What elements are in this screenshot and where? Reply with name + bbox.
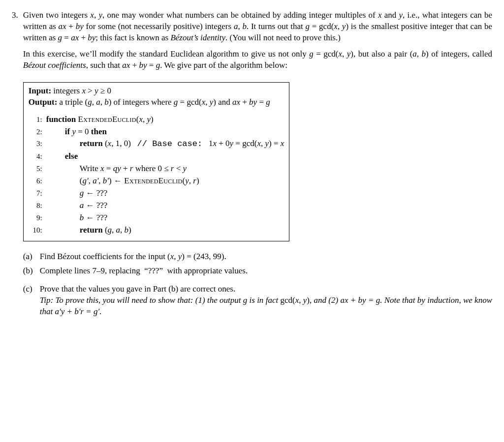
comment-base-case: // Base case:	[137, 139, 203, 148]
algo-line-8: 8: a ← ???	[29, 200, 284, 211]
algo-input: Input: integers x > y ≥ 0	[29, 86, 284, 97]
part-b-text: Complete lines 7–9, replacing “???” with…	[40, 265, 248, 277]
input-label: Input:	[29, 86, 51, 95]
problem-3: 3. Given two integers x, y, one may wond…	[12, 10, 492, 321]
algo-line-6: 6: (g′, a′, b′) ← ExtendedEuclid(y, r)	[29, 176, 284, 187]
part-b-label: (b)	[23, 265, 36, 277]
algo-line-1: 1: function ExtendedEuclid(x, y)	[29, 114, 284, 125]
algo-line-3: 3: return (x, 1, 0) // Base case: 1x + 0…	[29, 138, 284, 150]
part-c-tip: Tip: To prove this, you will need to sho…	[40, 295, 281, 305]
part-a: (a) Find Bézout coefficients for the inp…	[23, 251, 492, 263]
algo-line-4: 4: else	[29, 151, 284, 162]
algo-output: Output: a triple (g, a, b) of integers w…	[29, 97, 284, 108]
problem-body: Given two integers x, y, one may wonder …	[23, 10, 492, 321]
paragraph-2: In this exercise, we’ll modify the stand…	[23, 49, 492, 71]
algo-line-9: 9: b ← ???	[29, 212, 284, 224]
problem-number: 3.	[12, 10, 18, 321]
algo-line-2: 2: if y = 0 then	[29, 126, 284, 138]
part-b: (b) Complete lines 7–9, replacing “???” …	[23, 265, 492, 277]
part-c: (c) Prove that the values you gave in Pa…	[23, 284, 492, 318]
algo-line-5: 5: Write x = qy + r where 0 ≤ r < y	[29, 163, 284, 175]
part-a-text: Find Bézout coefficients for the input (…	[40, 251, 226, 263]
part-c-text: Prove that the values you gave in Part (…	[40, 284, 492, 318]
part-a-label: (a)	[23, 251, 36, 263]
paragraph-1: Given two integers x, y, one may wonder …	[23, 10, 492, 44]
subparts: (a) Find Bézout coefficients for the inp…	[23, 251, 492, 318]
algorithm-box: Input: integers x > y ≥ 0 Output: a trip…	[23, 82, 290, 241]
part-c-label: (c)	[23, 284, 36, 318]
algo-line-7: 7: g ← ???	[29, 188, 284, 199]
output-label: Output:	[29, 97, 58, 107]
algo-line-10: 10: return (g, a, b)	[29, 225, 284, 236]
